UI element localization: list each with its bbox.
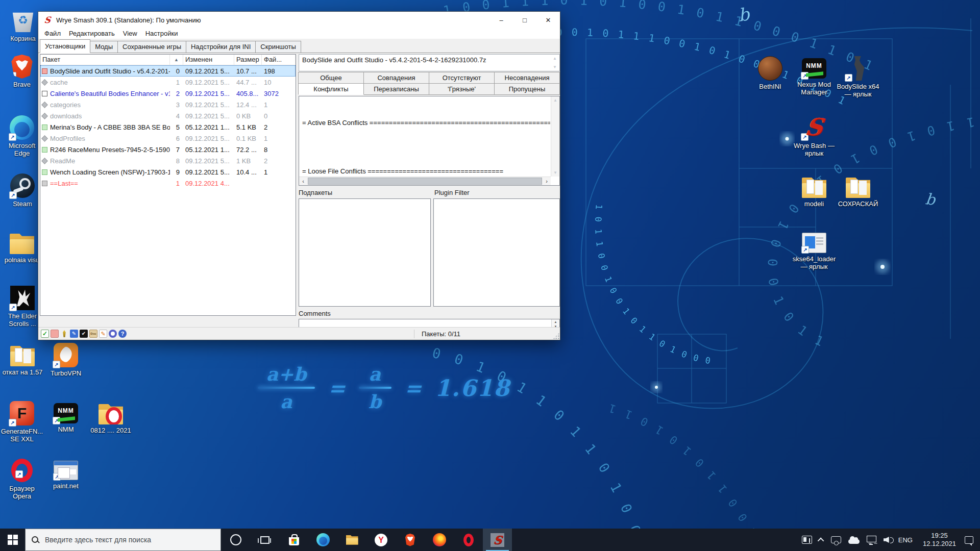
- tab-matched[interactable]: Совпадения: [363, 72, 429, 84]
- taskbar-search[interactable]: [25, 529, 221, 551]
- column-header-package[interactable]: Пакет: [40, 55, 170, 65]
- pink-square-icon[interactable]: [51, 330, 59, 338]
- yandex-browser-button[interactable]: Y: [366, 529, 396, 551]
- app-icon: S: [42, 15, 53, 24]
- blue-edit-icon[interactable]: [70, 330, 78, 338]
- file-explorer-button[interactable]: [337, 529, 366, 551]
- resize-grip-icon[interactable]: [553, 333, 559, 339]
- task-view-button[interactable]: [250, 529, 279, 551]
- language-indicator[interactable]: ENG: [893, 536, 918, 544]
- green-check-icon[interactable]: [41, 330, 49, 338]
- tab-general[interactable]: Общее: [298, 72, 364, 84]
- desktop-icon-skse64-loader[interactable]: ↗ skse64_loader — ярлык: [792, 231, 836, 270]
- installer-row[interactable]: BodySlide and Outfit Studio - v5.4.2-201…: [40, 65, 296, 77]
- package-box-scrollbar[interactable]: ▲▼: [551, 55, 559, 70]
- desktop-icon-bethini[interactable]: BethINI: [748, 56, 792, 90]
- opera-button[interactable]: [454, 529, 483, 551]
- installer-row[interactable]: R246 RaceMenu Presets-7945-2-5-15902... …: [40, 144, 296, 155]
- close-button[interactable]: ✕: [536, 12, 560, 28]
- desktop-icon-opera[interactable]: ↗ Браузер Opera: [0, 458, 44, 500]
- steam-icon: ↗: [10, 173, 35, 198]
- installer-row[interactable]: ModProfiles 6 09.12.2021 5... 0.1 KB 1: [40, 133, 296, 144]
- desktop-icon-otkat[interactable]: откат на 1.57: [1, 343, 44, 376]
- plugin-filter-list[interactable]: [433, 198, 560, 307]
- scroll-right-icon[interactable]: ›: [543, 177, 551, 185]
- bethini-icon: [758, 56, 782, 81]
- tab-ini-edits[interactable]: Надстройки для INI: [186, 41, 256, 53]
- desktop-icon-bodyslide[interactable]: ↗ BodySlide x64 — ярлык: [836, 56, 880, 98]
- tab-screenshots[interactable]: Скриншоты: [255, 41, 301, 53]
- tab-overwritten[interactable]: Перезаписаны: [363, 83, 429, 95]
- tab-installers[interactable]: Установщики: [40, 39, 90, 53]
- column-header-modified[interactable]: Изменен: [183, 55, 234, 65]
- network-button[interactable]: [863, 529, 880, 551]
- tab-conflicts[interactable]: Конфликты: [298, 83, 364, 95]
- scrollbar-thumb[interactable]: [308, 178, 542, 185]
- tab-mismatched[interactable]: Несовпадения: [494, 72, 560, 84]
- black-check-icon[interactable]: [80, 330, 88, 338]
- desktop-icon-nexus-mod-manager[interactable]: ↗ Nexus Mod Manager: [792, 56, 836, 96]
- tab-saves[interactable]: Сохраненные игры: [117, 41, 186, 53]
- desktop-icon-0812-2021[interactable]: 0812 .... 2021: [89, 401, 133, 434]
- maximize-button[interactable]: □: [513, 12, 536, 28]
- vertical-scrollbar[interactable]: ▲▼: [551, 96, 559, 177]
- column-header-size[interactable]: Размер: [234, 55, 262, 65]
- installer-row[interactable]: downloads 4 09.12.2021 5... 0 KB 0: [40, 110, 296, 121]
- menu-settings[interactable]: Настройки: [141, 29, 182, 38]
- sort-indicator-icon[interactable]: ▲: [170, 55, 183, 65]
- package-name-box[interactable]: BodySlide and Outfit Studio - v5.4.2-201…: [299, 54, 560, 71]
- title-bar[interactable]: S Wrye Smash 309.1 (Standalone): По умол…: [38, 12, 560, 28]
- subpackages-list[interactable]: [299, 198, 431, 307]
- desktop-icon-turbovpn[interactable]: ↗ TurboVPN: [44, 343, 88, 377]
- desktop-icon-generatefnis[interactable]: ↗ GenerateFN... SE XXL: [0, 401, 44, 443]
- tab-skipped[interactable]: Пропущены: [494, 83, 560, 95]
- tray-overflow-button[interactable]: [816, 529, 827, 551]
- cortana-button[interactable]: [221, 529, 250, 551]
- brave-button[interactable]: [396, 529, 425, 551]
- statue-icon[interactable]: [60, 330, 68, 338]
- tab-dirty[interactable]: 'Грязные': [429, 83, 495, 95]
- action-center-button[interactable]: [961, 529, 977, 551]
- installer-row[interactable]: cache 1 09.12.2021 5... 44.7 ... 10: [40, 77, 296, 88]
- menu-file[interactable]: Файл: [40, 29, 65, 38]
- start-button[interactable]: [0, 529, 25, 551]
- clock[interactable]: 19:25 12.12.2021: [918, 532, 961, 548]
- store-button[interactable]: [279, 529, 308, 551]
- desktop-icon-nmm[interactable]: ↗ NMM: [44, 401, 88, 433]
- installer-row[interactable]: Merina's Body - A CBBE 3BB 3BA SE Bod...…: [40, 121, 296, 133]
- installer-row[interactable]: Caliente's Beautiful Bodies Enhancer - v…: [40, 88, 296, 99]
- desktop-icon-sohraskay[interactable]: СОХРАСКАЙ: [836, 174, 880, 208]
- desktop-icon-wrye-bash[interactable]: ↗ Wrye Bash — ярлык: [792, 115, 836, 157]
- firefox-button[interactable]: [425, 529, 454, 551]
- shortcut-arrow-icon: ↗: [53, 473, 61, 481]
- desktop-icon-modeli[interactable]: modeli: [792, 174, 836, 208]
- help-icon[interactable]: [118, 330, 127, 338]
- installer-row[interactable]: ReadMe 8 09.12.2021 5... 1 KB 2: [40, 155, 296, 166]
- tab-mods[interactable]: Моды: [90, 41, 118, 53]
- column-header-files[interactable]: Фай...: [262, 55, 296, 65]
- installer-row[interactable]: categories 3 09.12.2021 5... 12.4 ... 1: [40, 99, 296, 110]
- wrye-bash-button-active[interactable]: S: [483, 529, 512, 551]
- edge-button[interactable]: [308, 529, 337, 551]
- tab-missing[interactable]: Отсутствуют: [429, 72, 495, 84]
- horizontal-scrollbar[interactable]: ‹ ›: [299, 177, 551, 185]
- minimize-button[interactable]: –: [489, 12, 513, 28]
- scroll-left-icon[interactable]: ‹: [299, 177, 307, 185]
- note-edit-icon[interactable]: [99, 330, 107, 338]
- conflicts-text-box[interactable]: = Active BSA Conflicts =================…: [299, 96, 560, 186]
- menu-edit[interactable]: Редактировать: [65, 29, 119, 38]
- brave-icon: [405, 534, 416, 546]
- onedrive-button[interactable]: [845, 529, 863, 551]
- desktop-icon-paintnet[interactable]: ↗ paint.net: [44, 458, 88, 490]
- menu-view[interactable]: View: [119, 29, 141, 38]
- installer-row[interactable]: ==Last== 1 09.12.2021 4...: [40, 178, 296, 189]
- blue-ring-icon[interactable]: [109, 330, 117, 338]
- golden-ratio-value: 1.618: [435, 375, 510, 401]
- installer-row[interactable]: Wench Loading Screen (NSFW)-17903-1-... …: [40, 166, 296, 178]
- search-input[interactable]: [45, 536, 215, 544]
- details-panel: BodySlide and Outfit Studio - v5.4.2-201…: [299, 54, 560, 328]
- volume-button[interactable]: [880, 529, 893, 551]
- widgets-button[interactable]: [798, 529, 816, 551]
- meet-now-button[interactable]: [827, 529, 845, 551]
- doc-icon[interactable]: [89, 330, 97, 338]
